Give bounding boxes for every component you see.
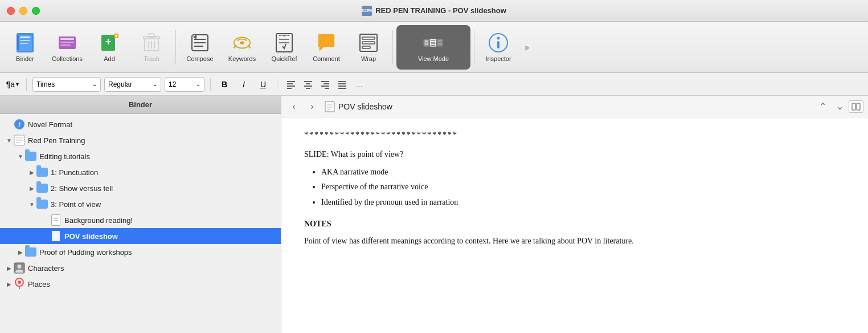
size-select[interactable]: 12 ⌄ [165, 77, 204, 92]
tree-item-red-pen-training[interactable]: ▼ Red Pen Training [0, 132, 281, 148]
svg-rect-41 [425, 40, 426, 42]
underline-button[interactable]: U [255, 77, 271, 92]
list-item: AKA narrative mode [321, 166, 845, 178]
arrow-proof-of-pudding: ▶ [16, 247, 25, 257]
format-divider-3 [277, 78, 277, 91]
svg-rect-85 [857, 103, 860, 110]
arrow-places: ▶ [5, 279, 14, 289]
icon-red-pen-training [14, 135, 25, 146]
list-item: Perspective of the narrative voice [321, 181, 845, 193]
split-view-button[interactable] [849, 100, 863, 113]
wrap-button[interactable]: Wrap [348, 25, 389, 70]
notes-label: NOTES [304, 218, 845, 230]
tree-item-pov-slideshow[interactable]: POV slideshow [0, 228, 281, 244]
binder-label: Binder [16, 55, 34, 62]
icon-pov-slideshow [50, 230, 62, 242]
slide-heading: SLIDE: What is point of view? [304, 148, 845, 161]
tree-item-proof-of-pudding[interactable]: ▶ Proof of Pudding workshops [0, 244, 281, 260]
trash-button[interactable]: Trash [131, 25, 172, 70]
tree-item-characters[interactable]: ▶ Characters [0, 260, 281, 276]
italic-button[interactable]: I [236, 77, 252, 92]
compose-button[interactable]: Compose [179, 25, 220, 70]
keywords-button[interactable]: Keywords [222, 25, 263, 70]
comment-button[interactable]: Comment [306, 25, 347, 70]
bullet-list: AKA narrative mode Perspective of the na… [321, 166, 845, 209]
viewmode-icon [423, 33, 444, 53]
binder-button[interactable]: Binder [5, 25, 46, 70]
minimize-button[interactable] [19, 7, 27, 15]
window-title: RED PEN TRAINING - POV slideshow [375, 6, 506, 15]
quickref-label: QuickRef [271, 55, 297, 62]
svg-point-50 [497, 36, 500, 39]
align-left-button[interactable] [283, 77, 299, 92]
tree-item-background-reading[interactable]: Background reading! [0, 212, 281, 228]
title-bar: SCRV RED PEN TRAINING - POV slideshow [0, 0, 868, 22]
icon-characters [14, 262, 25, 274]
add-icon: + ▼ [99, 33, 120, 53]
icon-point-of-view [36, 198, 48, 210]
icon-editing-tutorials [25, 151, 36, 162]
svg-rect-43 [425, 43, 426, 44]
collections-icon [57, 33, 77, 53]
viewmode-label: View Mode [418, 55, 449, 62]
binder-sidebar: Binder i Novel Format ▼ [0, 96, 281, 333]
svg-text:▼: ▼ [114, 34, 118, 39]
tree-item-editing-tutorials[interactable]: ▼ Editing tutorials [0, 148, 281, 164]
editor[interactable]: ****************************** SLIDE: Wh… [281, 117, 868, 333]
format-divider-1 [26, 78, 27, 91]
collections-label: Collections [52, 55, 83, 62]
icon-punctuation [36, 166, 48, 178]
svg-point-79 [18, 281, 21, 284]
add-label: Add [104, 55, 115, 62]
add-button[interactable]: + ▼ Add [89, 25, 130, 70]
content-nav-right: ⌃ ⌄ [814, 99, 863, 114]
maximize-button[interactable] [32, 7, 40, 15]
viewmode-button[interactable]: View Mode [396, 25, 470, 70]
more-formatting-button[interactable]: ... [356, 80, 363, 89]
arrow-show-vs-tell: ▶ [27, 184, 36, 193]
align-justify-button[interactable] [334, 77, 350, 92]
stars-separator: ****************************** [304, 129, 845, 141]
binder-icon [15, 33, 35, 53]
close-button[interactable] [7, 7, 15, 15]
next-section-button[interactable]: ⌄ [832, 99, 847, 114]
arrow-punctuation: ▶ [27, 168, 36, 177]
tree-item-show-vs-tell[interactable]: ▶ 2: Show versus tell [0, 180, 281, 196]
inspector-button[interactable]: Inspector [478, 25, 519, 70]
svg-rect-17 [149, 34, 154, 37]
font-select[interactable]: Times ⌄ [32, 77, 101, 92]
quickref-button[interactable]: QuickRef [264, 25, 305, 70]
arrow-novel-format [5, 120, 14, 129]
prev-section-button[interactable]: ⌃ [814, 99, 830, 114]
back-button[interactable]: ‹ [286, 99, 302, 114]
tree-item-punctuation[interactable]: ▶ 1: Punctuation [0, 164, 281, 180]
overflow-button[interactable]: » [520, 43, 534, 52]
collections-button[interactable]: Collections [47, 25, 88, 70]
trash-label: Trash [144, 55, 159, 62]
bold-button[interactable]: B [216, 77, 232, 92]
align-right-button[interactable] [317, 77, 333, 92]
arrow-characters: ▶ [5, 263, 14, 273]
style-select[interactable]: Regular ⌄ [104, 77, 161, 92]
tree-item-novel-format[interactable]: i Novel Format [0, 116, 281, 132]
content-pane: ‹ › POV slideshow ⌃ ⌄ [281, 96, 868, 333]
app-icon: SCRV [362, 6, 372, 16]
comment-icon [316, 33, 337, 53]
tree-item-places[interactable]: ▶ Places [0, 276, 281, 292]
tree-item-point-of-view[interactable]: ▼ 3: Point of view [0, 196, 281, 212]
main-area: Binder i Novel Format ▼ [0, 96, 868, 333]
arrow-red-pen-training: ▼ [5, 136, 14, 145]
traffic-lights [7, 7, 40, 15]
forward-button[interactable]: › [304, 99, 320, 114]
paragraph-style-button[interactable]: ¶a ▾ [5, 77, 21, 92]
arrow-background-reading [41, 216, 50, 225]
svg-marker-22 [193, 35, 196, 39]
svg-rect-9 [60, 44, 71, 46]
svg-rect-3 [20, 40, 30, 41]
compose-icon [190, 33, 210, 53]
trash-icon [141, 33, 162, 53]
format-divider-2 [210, 78, 211, 91]
icon-show-vs-tell [36, 182, 48, 194]
svg-point-77 [17, 265, 21, 269]
align-center-button[interactable] [300, 77, 316, 92]
